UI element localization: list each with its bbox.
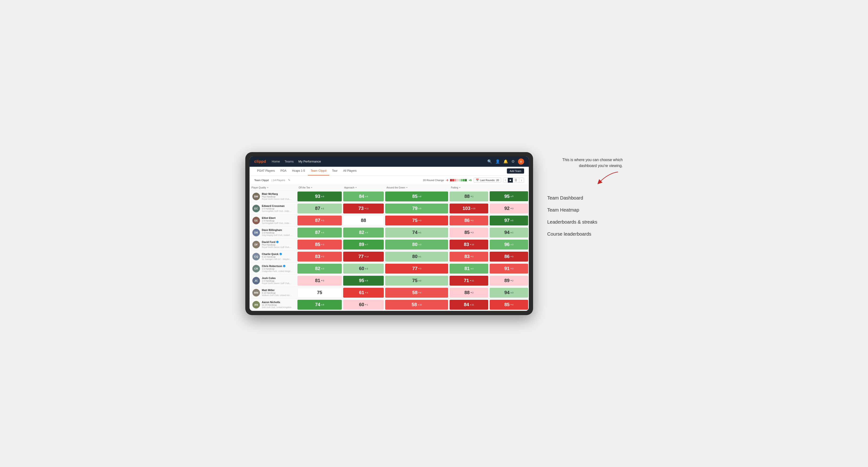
player-cell-3[interactable]: DBDave Billingham1-5 HandicapGog Magog G… [250, 226, 297, 239]
player-cell-5[interactable]: CQCharlie Quick✓6-10 HandicapSt. George'… [250, 250, 297, 262]
score-cell-off-tee-4[interactable]: 89▲7 [342, 239, 385, 250]
score-cell-player-quality-6[interactable]: 82▲3 [297, 262, 342, 275]
score-cell-approach-4[interactable]: 80▲3 [384, 239, 449, 250]
score-cell-putting-2[interactable]: 97▲5 [489, 214, 529, 226]
player-club: Gog Magog Golf Club, United Kingdom [262, 234, 292, 236]
score-cell-around-green-9[interactable]: 84▲21 [449, 299, 489, 311]
score-cell-player-quality-9[interactable]: 74▲8 [297, 299, 342, 311]
score-cell-approach-2[interactable]: 75▼3 [384, 214, 449, 226]
player-club: St. George's Hill GC - Weybridge - Surre… [262, 258, 292, 260]
score-cell-off-tee-0[interactable]: 84▲6 [342, 190, 385, 203]
score-cell-player-quality-2[interactable]: 87▼3 [297, 214, 342, 226]
score-cell-player-quality-1[interactable]: 87▲1 [297, 203, 342, 214]
col-approach[interactable]: Approach ▼ [342, 185, 385, 191]
score-cell-off-tee-1[interactable]: 73▼11 [342, 203, 385, 214]
score-cell-putting-6[interactable]: 91▼3 [489, 262, 529, 275]
score-cell-player-quality-7[interactable]: 81▼3 [297, 275, 342, 286]
score-cell-player-quality-0[interactable]: 93▲9 [297, 190, 342, 203]
score-cell-approach-1[interactable]: 79▲9 [384, 203, 449, 214]
score-cell-off-tee-7[interactable]: 95▲8 [342, 275, 385, 286]
score-cell-putting-8[interactable]: 94▲3 [489, 286, 529, 299]
score-cell-off-tee-6[interactable]: 60▲2 [342, 262, 385, 275]
score-cell-off-tee-2[interactable]: 88 [342, 214, 385, 226]
table-header-row: Player Quality ▼ Off the Tee ▼ [250, 185, 529, 191]
score-cell-around-green-4[interactable]: 83▼10 [449, 239, 489, 250]
score-cell-off-tee-3[interactable]: 82▲4 [342, 226, 385, 239]
player-cell-9[interactable]: ANAaron Nicholls11-15 HandicapDrift Golf… [250, 299, 297, 311]
score-cell-off-tee-8[interactable]: 61▼3 [342, 286, 385, 299]
score-cell-around-green-2[interactable]: 86▼6 [449, 214, 489, 226]
player-cell-8[interactable]: MMMatt Miller6-10 HandicapWoburn Golf Cl… [250, 286, 297, 299]
score-cell-approach-7[interactable]: 75▲2 [384, 275, 449, 286]
col-player-quality[interactable]: Player Quality ▼ [250, 185, 297, 191]
avatar[interactable]: U [518, 158, 524, 165]
score-cell-putting-9[interactable]: 85▼4 [489, 299, 529, 311]
score-value: 85 [315, 242, 320, 247]
nav-my-performance[interactable]: My Performance [299, 159, 321, 164]
score-cell-putting-7[interactable]: 89▼2 [489, 275, 529, 286]
grid-view-button[interactable]: ⁝ [503, 178, 508, 183]
score-cell-approach-5[interactable]: 80▲1 [384, 250, 449, 262]
team-name: Team Clippd [254, 179, 269, 182]
last-rounds-button[interactable]: 📅 Last Rounds: 20 [474, 178, 501, 183]
tab-pgat-players[interactable]: PGAT Players [254, 167, 278, 176]
nav-teams[interactable]: Teams [285, 159, 294, 164]
score-cell-around-green-0[interactable]: 88▼1 [449, 190, 489, 203]
edit-icon[interactable]: ✎ [288, 179, 290, 182]
score-cell-off-tee-9[interactable]: 60▼1 [342, 299, 385, 311]
neg-change: -5 [446, 179, 448, 182]
player-handicap: 1-5 Handicap [262, 231, 295, 234]
tab-tour[interactable]: Tour [329, 167, 340, 176]
score-cell-player-quality-4[interactable]: 85▼3 [297, 239, 342, 250]
player-cell-7[interactable]: JCJosh Coles1-5 HandicapRoyal North Devo… [250, 275, 297, 286]
tab-hcaps[interactable]: Hcaps 1-5 [289, 167, 308, 176]
player-avatar: DF [252, 241, 260, 248]
score-cell-approach-8[interactable]: 58▼4 [384, 286, 449, 299]
score-delta: ▼4 [510, 304, 514, 306]
score-cell-approach-9[interactable]: 58▲10 [384, 299, 449, 311]
score-cell-player-quality-5[interactable]: 83▼3 [297, 250, 342, 262]
score-value: 73 [358, 206, 364, 211]
score-value: 82 [315, 266, 320, 271]
score-cell-putting-1[interactable]: 92▼3 [489, 203, 529, 214]
player-cell-6[interactable]: CRChris Robertson✓1-5 HandicapCraigmilla… [250, 262, 297, 275]
score-cell-putting-3[interactable]: 94▲1 [489, 226, 529, 239]
score-cell-around-green-3[interactable]: 85▼3 [449, 226, 489, 239]
score-delta: ▼6 [470, 255, 473, 258]
col-putting[interactable]: Putting ▼ [449, 185, 489, 191]
score-cell-approach-0[interactable]: 85▲8 [384, 190, 449, 203]
score-cell-around-green-5[interactable]: 83▼6 [449, 250, 489, 262]
heatmap-view-button[interactable]: ■ [508, 178, 513, 183]
player-cell-1[interactable]: ECEdward Crossman1-5 HandicapSunningdale… [250, 203, 297, 214]
player-cell-4[interactable]: DFDavid Ford✓Plus HandicapRoyal North De… [250, 239, 297, 250]
bell-icon[interactable]: 🔔 [503, 159, 508, 164]
add-team-button[interactable]: Add Team [507, 168, 524, 174]
score-delta: ▲8 [321, 304, 324, 306]
col-around-green[interactable]: Around the Green ▼ [384, 185, 449, 191]
user-icon[interactable]: 👤 [495, 159, 500, 164]
player-cell-2[interactable]: EEElliot Ebert1-5 HandicapSunningdale Go… [250, 214, 297, 226]
nav-home[interactable]: Home [272, 159, 280, 164]
score-cell-around-green-7[interactable]: 71▼11 [449, 275, 489, 286]
score-cell-off-tee-5[interactable]: 77▼14 [342, 250, 385, 262]
col-off-tee[interactable]: Off the Tee ▼ [297, 185, 342, 191]
score-cell-player-quality-3[interactable]: 87▲4 [297, 226, 342, 239]
score-cell-around-green-8[interactable]: 88▼2 [449, 286, 489, 299]
score-cell-around-green-6[interactable]: 81▲4 [449, 262, 489, 275]
score-cell-putting-4[interactable]: 96▲3 [489, 239, 529, 250]
player-cell-0[interactable]: BMBlair McHargPlus HandicapRoyal North D… [250, 190, 297, 203]
list-view-button[interactable]: ☰ [513, 178, 519, 183]
search-icon[interactable]: 🔍 [487, 159, 492, 164]
tab-team-clippd[interactable]: Team Clippd [308, 167, 329, 176]
score-cell-around-green-1[interactable]: 103▲15 [449, 203, 489, 214]
score-cell-approach-6[interactable]: 77▼3 [384, 262, 449, 275]
score-cell-putting-5[interactable]: 86▼8 [489, 250, 529, 262]
score-cell-player-quality-8[interactable]: 75 [297, 286, 342, 299]
download-button[interactable]: ↓ [519, 178, 524, 183]
score-cell-approach-3[interactable]: 74▲1 [384, 226, 449, 239]
player-avatar: EE [252, 217, 260, 224]
settings-icon[interactable]: ⚙ [512, 159, 515, 164]
tab-all-players[interactable]: All Players [340, 167, 360, 176]
score-cell-putting-0[interactable]: 95▲9 [489, 190, 529, 203]
tab-pga[interactable]: PGA [278, 167, 289, 176]
